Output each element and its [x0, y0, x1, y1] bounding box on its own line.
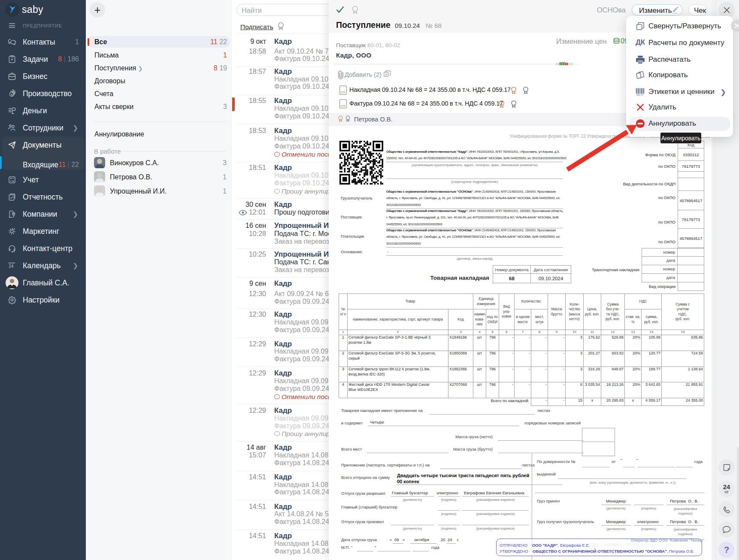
- svg-text:xml: xml: [340, 104, 345, 108]
- svg-text:452 07: 452 07: [636, 94, 644, 96]
- svg-text:xml: xml: [340, 90, 345, 94]
- svg-text:24: 24: [9, 264, 14, 269]
